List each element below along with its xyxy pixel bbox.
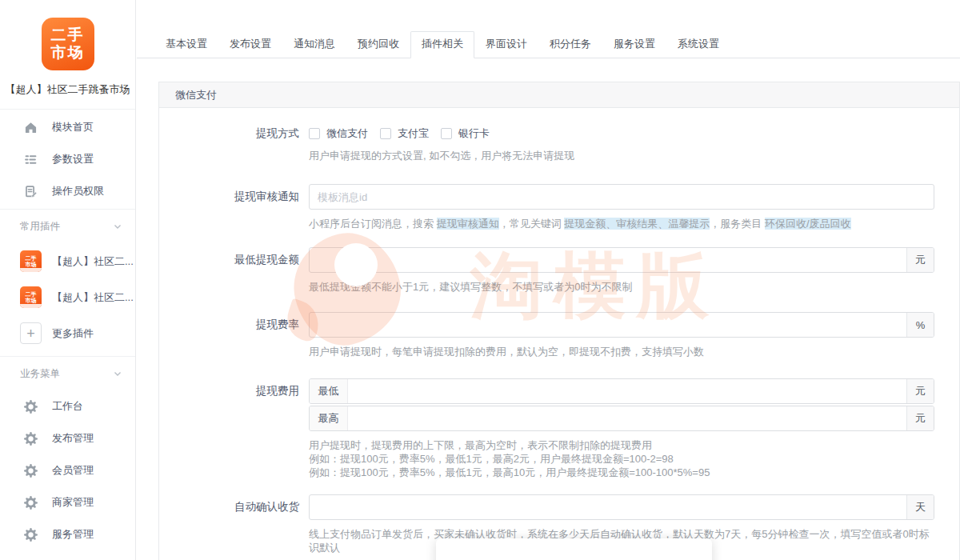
chevron-down-icon bbox=[113, 222, 122, 231]
gear-icon bbox=[24, 528, 38, 542]
sidebar-item-publish-management[interactable]: 发布管理 bbox=[0, 422, 135, 454]
form-row-fee-rate: 提现费率 % 用户申请提现时，每笔申请提现扣除的费用，默认为空，即提现不扣费，支… bbox=[159, 312, 959, 358]
sidebar-item-module-home[interactable]: 模块首页 bbox=[0, 111, 135, 143]
plugin-item-label: 【超人】社区二... bbox=[52, 254, 134, 269]
field-label: 最低提现金额 bbox=[159, 247, 309, 294]
field-hint: 用户申请提现时，每笔申请提现扣除的费用，默认为空，即提现不扣费，支持填写小数 bbox=[309, 345, 934, 358]
section-header-business-menu[interactable]: 业务菜单 bbox=[0, 357, 135, 390]
field-label: 提现费率 bbox=[159, 312, 309, 358]
field-label: 提现费用 bbox=[159, 378, 309, 479]
form-row-min-amount: 最低提现金额 元 最低提现金额不能小于1元，建议填写整数，不填写或者为0时为不限… bbox=[159, 247, 959, 294]
panel-title: 微信支付 bbox=[159, 82, 959, 108]
sidebar-item-label: 发布管理 bbox=[52, 431, 94, 446]
logo-text-line1: 二手 bbox=[51, 26, 85, 44]
main-content: 基本设置 发布设置 通知消息 预约回收 插件相关 界面设计 积分任务 服务设置 … bbox=[137, 0, 960, 560]
app-logo-icon: 二手 市场 bbox=[42, 18, 94, 70]
gear-icon bbox=[24, 432, 38, 446]
field-hint: 用户申请提现的方式设置, 如不勾选，用户将无法申请提现 bbox=[309, 149, 934, 162]
sidebar-main-nav: 模块首页 参数设置 操作员权限 bbox=[0, 110, 135, 210]
unit-suffix: % bbox=[906, 313, 934, 337]
audit-notice-input-group bbox=[309, 184, 934, 210]
sidebar-item-label: 工作台 bbox=[52, 399, 83, 414]
unit-suffix: 元 bbox=[906, 379, 934, 403]
sidebar-item-label: 操作员权限 bbox=[52, 184, 104, 198]
home-icon bbox=[24, 121, 38, 134]
hint-line: 例如：提现100元，费率5%，最低1元，最高10元，用户最终提现金额=100-1… bbox=[309, 466, 934, 479]
tab-appointment-recycling[interactable]: 预约回收 bbox=[346, 31, 410, 58]
field-hint: 用户提现时，提现费用的上下限，最高为空时，表示不限制扣除的提现费用 例如：提现1… bbox=[309, 438, 934, 479]
sidebar-item-service-management[interactable]: 服务管理 bbox=[0, 518, 135, 550]
checkbox-label: 支付宝 bbox=[398, 126, 429, 141]
field-hint: 最低提现金额不能小于1元，建议填写整数，不填写或者为0时为不限制 bbox=[309, 280, 934, 294]
wechat-pay-panel: 微信支付 提现方式 微信支付 支付宝 bbox=[158, 82, 960, 560]
withdraw-method-options: 微信支付 支付宝 银行卡 bbox=[309, 126, 934, 142]
fee-max-input[interactable] bbox=[348, 406, 906, 430]
tab-basic-settings[interactable]: 基本设置 bbox=[154, 31, 218, 58]
sidebar-item-label: 模块首页 bbox=[52, 120, 94, 134]
plus-icon: + bbox=[20, 322, 42, 344]
tab-interface-design[interactable]: 界面设计 bbox=[474, 31, 538, 58]
unit-suffix: 元 bbox=[906, 406, 934, 430]
sidebar-plugin-item-1[interactable]: 二手市场 【超人】社区二... bbox=[0, 243, 135, 279]
fee-min-input[interactable] bbox=[348, 379, 906, 403]
fee-max-input-group: 最高 元 bbox=[309, 406, 934, 431]
sidebar-plugin-section: 常用插件 二手市场 【超人】社区二... 二手市场 【超人】社区二... bbox=[0, 210, 135, 357]
form-row-audit-notice: 提现审核通知 小程序后台订阅消息，搜索 提现审核通知，常见关键词 提现金额、审核… bbox=[159, 184, 959, 230]
checkbox-bank-card[interactable]: 银行卡 bbox=[441, 126, 490, 141]
auto-confirm-input[interactable] bbox=[310, 495, 906, 519]
highlighted-keyword: 提现金额、审核结果、温馨提示 bbox=[564, 218, 710, 230]
max-prefix-label: 最高 bbox=[310, 406, 348, 430]
app-title: 【超人】社区二手跳蚤市场 bbox=[0, 82, 135, 110]
tab-notification-messages[interactable]: 通知消息 bbox=[282, 31, 346, 58]
section-header-common-plugins[interactable]: 常用插件 bbox=[0, 210, 135, 243]
sidebar-item-merchant-management[interactable]: 商家管理 bbox=[0, 486, 135, 518]
sidebar-item-member-management[interactable]: 会员管理 bbox=[0, 454, 135, 486]
tab-service-settings[interactable]: 服务设置 bbox=[602, 31, 666, 58]
audit-notice-input[interactable] bbox=[310, 185, 934, 209]
checkbox-label: 银行卡 bbox=[458, 126, 490, 141]
sidebar: 二手 市场 【超人】社区二手跳蚤市场 模块首页 参数设置 bbox=[0, 0, 136, 560]
tab-publish-settings[interactable]: 发布设置 bbox=[218, 31, 282, 58]
settings-tab-bar: 基本设置 发布设置 通知消息 预约回收 插件相关 界面设计 积分任务 服务设置 … bbox=[137, 31, 960, 58]
chevron-down-icon bbox=[113, 369, 122, 378]
highlighted-keyword: 提现审核通知 bbox=[437, 218, 499, 230]
field-label: 提现方式 bbox=[159, 126, 309, 162]
min-amount-input-group: 元 bbox=[309, 247, 934, 273]
checkbox-wechat-pay[interactable]: 微信支付 bbox=[309, 126, 368, 141]
panel-body: 提现方式 微信支付 支付宝 bbox=[159, 108, 959, 554]
sidebar-item-param-settings[interactable]: 参数设置 bbox=[0, 143, 135, 175]
sidebar-plugin-item-2[interactable]: 二手市场 【超人】社区二... bbox=[0, 279, 135, 315]
tab-plugin-related[interactable]: 插件相关 bbox=[410, 31, 474, 58]
sidebar-item-operator-permissions[interactable]: 操作员权限 bbox=[0, 175, 135, 207]
checkbox-icon bbox=[441, 128, 452, 139]
form-row-withdraw-method: 提现方式 微信支付 支付宝 bbox=[159, 126, 959, 162]
sidebar-item-workbench[interactable]: 工作台 bbox=[0, 390, 135, 422]
field-label: 提现审核通知 bbox=[159, 184, 309, 230]
form-row-fee-limit: 提现费用 最低 元 最高 元 用户提现时，提现费 bbox=[159, 378, 959, 479]
field-hint: 小程序后台订阅消息，搜索 提现审核通知，常见关键词 提现金额、审核结果、温馨提示… bbox=[309, 217, 934, 230]
gear-icon bbox=[24, 400, 38, 414]
plugin-item-label: 【超人】社区二... bbox=[52, 290, 134, 305]
app-root: 二手 市场 【超人】社区二手跳蚤市场 模块首页 参数设置 bbox=[0, 0, 960, 560]
plugin-logo-icon: 二手市场 bbox=[20, 286, 42, 308]
min-amount-input[interactable] bbox=[310, 248, 906, 272]
fee-min-input-group: 最低 元 bbox=[309, 378, 934, 404]
sidebar-more-plugins[interactable]: + 更多插件 bbox=[0, 315, 135, 351]
section-header-label: 业务菜单 bbox=[20, 367, 60, 381]
list-icon bbox=[24, 153, 38, 166]
tab-points-tasks[interactable]: 积分任务 bbox=[538, 31, 602, 58]
highlighted-keyword: 环保回收/废品回收 bbox=[765, 218, 851, 230]
app-logo: 二手 市场 bbox=[0, 0, 135, 70]
sidebar-item-label: 参数设置 bbox=[52, 152, 94, 166]
sidebar-item-label: 商家管理 bbox=[52, 495, 94, 510]
plugin-logo-icon: 二手市场 bbox=[20, 250, 42, 272]
checkbox-icon bbox=[380, 128, 391, 139]
logo-text-line2: 市场 bbox=[51, 44, 85, 62]
tab-system-settings[interactable]: 系统设置 bbox=[666, 31, 730, 58]
min-prefix-label: 最低 bbox=[310, 379, 348, 403]
checkbox-icon bbox=[309, 128, 320, 139]
unit-suffix: 元 bbox=[906, 248, 934, 272]
fee-rate-input[interactable] bbox=[310, 313, 906, 337]
checkbox-alipay[interactable]: 支付宝 bbox=[380, 126, 429, 141]
hint-line: 例如：提现100元，费率5%，最低1元，最高2元，用户最终提现金额=100-2=… bbox=[309, 452, 934, 466]
